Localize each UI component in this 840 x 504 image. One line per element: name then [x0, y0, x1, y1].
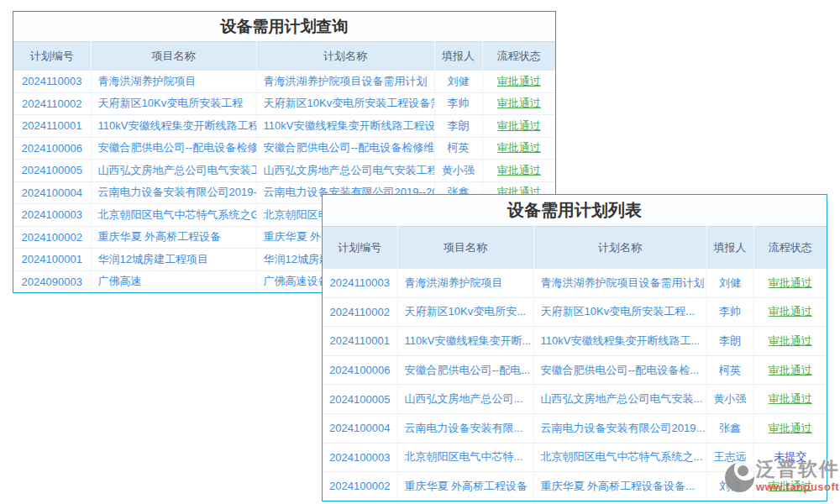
reporter-cell: 黄小强 — [434, 160, 482, 182]
table-row[interactable]: 2024110002天府新区10Kv变电所安装工程天府新区10Kv变电所安装工程… — [13, 92, 555, 115]
status-link: 未提交 — [774, 450, 806, 463]
status-link[interactable]: 审批通过 — [769, 392, 812, 405]
table-row[interactable]: 2024100003北京朝阳区电气中芯特...北京朝阳区电气中芯特气系统之...… — [323, 443, 827, 472]
plan-name-cell: 安徽合肥供电公司--配电设备检... — [533, 355, 706, 385]
table-row[interactable]: 2024100002重庆华夏 外高桥工程设备重庆华夏 外高桥工程设备设备...刘… — [323, 472, 827, 501]
reporter-cell: 柯英 — [706, 355, 753, 385]
status-cell: 审批通过 — [482, 71, 555, 93]
reporter-cell: 刘健 — [706, 472, 753, 501]
plan-id-cell: 2024100004 — [323, 413, 397, 443]
status-link[interactable]: 审批通过 — [769, 276, 812, 289]
plan-id-cell: 2024100003 — [323, 443, 397, 472]
project-name-cell: 云南电力设备安装有限公司2019--2 — [91, 181, 256, 204]
table-row[interactable]: 2024100006安徽合肥供电公司--配电...安徽合肥供电公司--配电设备检… — [323, 355, 827, 385]
table-row[interactable]: 2024110001110kV安徽线程集变开断线路工程110kV安徽线程集变开断… — [13, 115, 555, 138]
plan-id-cell: 2024110003 — [323, 269, 397, 298]
plan-name-cell: 安徽合肥供电公司--配电设备检修维护 — [256, 137, 434, 160]
project-name-cell: 重庆华夏 外高桥工程设备 — [91, 226, 256, 249]
column-header-plan-name: 计划名称 — [256, 42, 434, 71]
project-name-cell: 天府新区10Kv变电所安... — [397, 297, 533, 327]
reporter-cell: 李帅 — [706, 297, 753, 327]
table-row[interactable]: 2024110003青海洪湖养护院项目青海洪湖养护院项目设备需用计划刘健审批通过 — [323, 269, 827, 298]
plan-id-cell: 2024110002 — [13, 92, 91, 115]
status-cell: 审批通过 — [753, 385, 827, 414]
column-header-plan-id: 计划编号 — [323, 227, 397, 269]
query-panel-title: 设备需用计划查询 — [13, 12, 555, 41]
project-name-cell: 天府新区10Kv变电所安装工程 — [91, 92, 256, 115]
table-row[interactable]: 2024100006安徽合肥供电公司--配电设备检修维安徽合肥供电公司--配电设… — [13, 137, 555, 160]
list-table-header-row: 计划编号 项目名称 计划名称 填报人 流程状态 — [323, 227, 827, 269]
plan-id-cell: 2024110002 — [323, 297, 397, 327]
status-link[interactable]: 审批通过 — [497, 141, 541, 154]
plan-name-cell: 山西弘文房地产总公司电气安装... — [533, 385, 706, 414]
project-name-cell: 110kV安徽线程集变开断... — [397, 327, 533, 356]
plan-name-cell: 110kV安徽线程集变开断线路工... — [533, 327, 706, 356]
project-name-cell: 华润12城房建工程项目 — [91, 249, 256, 271]
project-name-cell: 山西弘文房地产总公司电气安装工程 — [91, 160, 256, 182]
status-link[interactable]: 审批通过 — [769, 334, 812, 347]
plan-name-cell: 重庆华夏 外高桥工程设备设备... — [533, 472, 706, 501]
project-name-cell: 安徽合肥供电公司--配电设备检修维 — [91, 137, 256, 160]
project-name-cell: 云南电力设备安装有限... — [397, 413, 533, 443]
reporter-cell: 李朗 — [706, 327, 753, 356]
column-header-project: 项目名称 — [91, 42, 256, 71]
project-name-cell: 山西弘文房地产总公司... — [397, 385, 533, 414]
plan-id-cell: 2024100006 — [13, 137, 91, 160]
table-row[interactable]: 2024110002天府新区10Kv变电所安...天府新区10Kv变电所安装工程… — [323, 297, 827, 327]
status-cell: 审批通过 — [482, 137, 555, 160]
status-cell: 未提交 — [753, 443, 827, 472]
project-name-cell: 北京朝阳区电气中芯特气系统之GM — [91, 204, 256, 227]
column-header-reporter: 填报人 — [434, 42, 482, 71]
reporter-cell: 李帅 — [434, 92, 482, 115]
column-header-project: 项目名称 — [397, 227, 533, 269]
plan-id-cell: 2024100004 — [13, 181, 91, 204]
plan-id-cell: 2024110001 — [323, 327, 397, 356]
plan-id-cell: 2024100003 — [13, 204, 91, 227]
status-cell: 审批通过 — [753, 297, 827, 327]
project-name-cell: 北京朝阳区电气中芯特... — [397, 443, 533, 472]
table-row[interactable]: 2024100004云南电力设备安装有限...云南电力设备安装有限公司2019.… — [323, 413, 827, 443]
table-row[interactable]: 2024100005山西弘文房地产总公司...山西弘文房地产总公司电气安装...… — [323, 385, 827, 414]
status-link[interactable]: 审批通过 — [769, 480, 812, 492]
plan-name-cell: 北京朝阳区电气中芯特气系统之... — [533, 443, 706, 472]
status-link[interactable]: 审批通过 — [769, 422, 812, 434]
plan-id-cell: 2024100001 — [13, 249, 91, 271]
reporter-cell: 刘健 — [434, 71, 482, 93]
list-panel: 设备需用计划列表 计划编号 项目名称 计划名称 填报人 流程状态 2024110… — [322, 194, 827, 501]
reporter-cell: 刘健 — [706, 269, 753, 298]
status-cell: 审批通过 — [753, 269, 827, 298]
status-link[interactable]: 审批通过 — [769, 364, 812, 376]
reporter-cell: 张鑫 — [706, 413, 753, 443]
status-link[interactable]: 审批通过 — [769, 305, 812, 318]
status-cell: 审批通过 — [482, 160, 555, 182]
status-link[interactable]: 审批通过 — [497, 75, 541, 87]
plan-id-cell: 2024100005 — [323, 385, 397, 414]
plan-id-cell: 2024090003 — [13, 270, 91, 293]
list-panel-title: 设备需用计划列表 — [323, 195, 827, 226]
status-cell: 审批通过 — [753, 355, 827, 385]
column-header-status: 流程状态 — [753, 227, 827, 269]
status-cell: 审批通过 — [482, 115, 555, 138]
status-link[interactable]: 审批通过 — [497, 97, 541, 109]
status-cell: 审批通过 — [753, 327, 827, 356]
status-link[interactable]: 审批通过 — [497, 164, 541, 176]
plan-name-cell: 云南电力设备安装有限公司2019... — [533, 413, 706, 443]
plan-name-cell: 青海洪湖养护院项目设备需用计划 — [256, 71, 434, 93]
plan-name-cell: 110kV安徽线程集变开断线路工程设备 — [256, 115, 434, 138]
project-name-cell: 110kV安徽线程集变开断线路工程 — [91, 115, 256, 138]
column-header-status: 流程状态 — [482, 42, 555, 71]
table-row[interactable]: 2024110001110kV安徽线程集变开断...110kV安徽线程集变开断线… — [323, 327, 827, 356]
project-name-cell: 青海洪湖养护院项目 — [397, 269, 533, 298]
plan-id-cell: 2024100002 — [13, 226, 91, 249]
project-name-cell: 重庆华夏 外高桥工程设备 — [397, 472, 533, 501]
plan-id-cell: 2024100005 — [13, 160, 91, 182]
reporter-cell: 李朗 — [434, 115, 482, 138]
table-row[interactable]: 2024100005山西弘文房地产总公司电气安装工程山西弘文房地产总公司电气安装… — [13, 160, 555, 182]
reporter-cell: 王志远 — [706, 443, 753, 472]
column-header-reporter: 填报人 — [706, 227, 753, 269]
table-row[interactable]: 2024110003青海洪湖养护院项目青海洪湖养护院项目设备需用计划刘健审批通过 — [13, 71, 555, 93]
reporter-cell: 柯英 — [434, 137, 482, 160]
plan-name-cell: 天府新区10Kv变电所安装工程... — [533, 297, 706, 327]
project-name-cell: 青海洪湖养护院项目 — [91, 71, 256, 93]
status-link[interactable]: 审批通过 — [497, 119, 541, 132]
